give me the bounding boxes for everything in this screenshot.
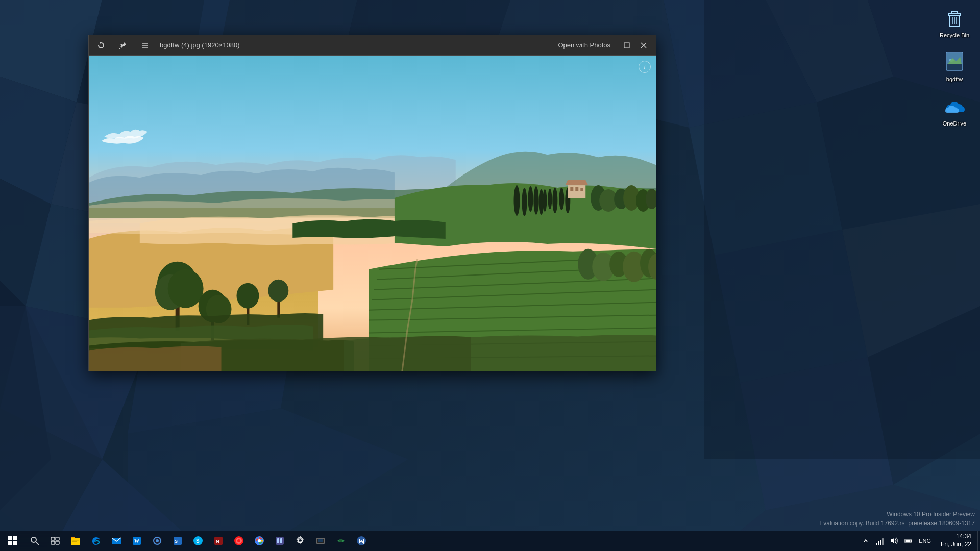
desktop-icon-recycle-bin[interactable]: Recycle Bin	[932, 3, 977, 41]
photo-viewer-content: i	[89, 56, 656, 371]
svg-rect-110	[72, 541, 77, 542]
app-button-9[interactable]	[249, 531, 270, 551]
svg-marker-140	[891, 538, 894, 544]
svg-rect-129	[277, 538, 279, 543]
start-button[interactable]	[0, 531, 24, 551]
svg-point-116	[156, 539, 159, 542]
bgdftw-icon	[942, 49, 967, 73]
svg-point-95	[236, 283, 259, 309]
menu-button[interactable]	[138, 38, 152, 53]
window-control-buttons	[620, 38, 651, 53]
tray-language[interactable]: ENG	[917, 531, 933, 551]
desktop-icon-bgdftw[interactable]: bgdftw	[932, 46, 977, 85]
svg-rect-64	[575, 187, 578, 191]
desktop-icons-area: Recycle Bin bgdftw	[929, 0, 980, 130]
svg-rect-107	[56, 541, 59, 544]
svg-rect-100	[8, 541, 12, 545]
onedrive-label: OneDrive	[943, 120, 966, 127]
search-button[interactable]	[24, 531, 45, 551]
svg-rect-130	[280, 538, 282, 543]
desktop: Recycle Bin bgdftw	[0, 0, 980, 551]
svg-rect-46	[624, 43, 629, 48]
svg-rect-142	[911, 540, 912, 542]
desktop-icon-onedrive[interactable]: OneDrive	[932, 91, 977, 130]
app-button-12[interactable]	[310, 531, 331, 551]
svg-rect-98	[8, 536, 12, 540]
svg-point-127	[258, 539, 261, 542]
svg-rect-106	[51, 541, 55, 544]
tray-volume[interactable]	[888, 531, 900, 551]
app-button-3[interactable]: W	[127, 531, 147, 551]
open-with-photos-button[interactable]: Open with Photos	[554, 39, 615, 51]
svg-rect-143	[906, 540, 911, 542]
show-desktop-button[interactable]	[977, 531, 980, 551]
task-view-button[interactable]	[45, 531, 65, 551]
clock-date: Fri, Jun, 22	[941, 541, 971, 549]
rotate-button[interactable]	[94, 38, 108, 53]
taskbar: W S S N	[0, 531, 980, 551]
svg-point-58	[552, 188, 557, 213]
svg-point-52	[522, 188, 527, 216]
svg-rect-99	[13, 536, 17, 540]
svg-rect-137	[878, 541, 879, 545]
maximize-button[interactable]	[620, 38, 634, 53]
svg-point-102	[31, 537, 36, 542]
clock-time: 14:34	[956, 533, 971, 541]
settings-button[interactable]	[290, 531, 310, 551]
svg-rect-138	[880, 540, 881, 545]
svg-rect-104	[51, 537, 55, 540]
svg-point-125	[237, 539, 240, 542]
info-button[interactable]: i	[639, 61, 651, 73]
titlebar-right-controls: Open with Photos	[554, 38, 651, 53]
landscape-image: i	[89, 56, 656, 371]
file-explorer-button[interactable]	[65, 531, 86, 551]
app-button-14[interactable]	[351, 531, 372, 551]
close-button[interactable]	[636, 38, 651, 53]
svg-rect-65	[580, 188, 583, 191]
mail-button[interactable]	[106, 531, 127, 551]
svg-text:N: N	[216, 539, 219, 544]
app-button-8[interactable]	[229, 531, 249, 551]
taskbar-clock[interactable]: 14:34 Fri, Jun, 22	[936, 531, 976, 551]
svg-point-90	[168, 269, 204, 308]
svg-rect-139	[882, 538, 884, 545]
svg-rect-105	[56, 537, 59, 540]
app-button-7[interactable]: N	[208, 531, 229, 551]
svg-point-53	[528, 186, 533, 212]
recycle-bin-icon	[942, 5, 967, 30]
svg-point-56	[543, 189, 547, 212]
svg-point-134	[339, 539, 342, 542]
svg-rect-33	[951, 11, 958, 14]
svg-rect-128	[276, 537, 284, 545]
tray-network[interactable]	[874, 531, 886, 551]
pin-button[interactable]	[116, 38, 130, 53]
app-button-10[interactable]	[270, 531, 290, 551]
svg-point-54	[533, 186, 538, 215]
app-button-6[interactable]: S	[188, 531, 208, 551]
tray-battery[interactable]	[902, 531, 915, 551]
app-button-13[interactable]	[331, 531, 351, 551]
svg-point-97	[268, 280, 288, 302]
svg-rect-101	[13, 541, 17, 545]
svg-text:S: S	[196, 538, 200, 544]
svg-line-42	[119, 48, 120, 49]
svg-text:S: S	[175, 539, 178, 544]
svg-rect-133	[318, 539, 323, 542]
tray-chevron[interactable]	[860, 531, 872, 551]
svg-point-57	[548, 189, 552, 209]
svg-rect-63	[570, 187, 573, 191]
svg-marker-62	[565, 180, 588, 185]
edge-button[interactable]	[86, 531, 106, 551]
svg-rect-109	[72, 540, 79, 541]
app-button-5[interactable]: S	[167, 531, 188, 551]
svg-text:W: W	[134, 538, 139, 544]
svg-rect-136	[876, 543, 877, 545]
bgdftw-label: bgdftw	[946, 76, 963, 83]
landscape-svg	[89, 56, 656, 371]
photo-viewer-window: bgdftw (4).jpg (980×551) Open with Pho…	[88, 35, 656, 371]
svg-point-51	[514, 185, 520, 216]
app-button-4[interactable]	[147, 531, 167, 551]
onedrive-icon	[942, 93, 967, 118]
svg-point-59	[559, 188, 564, 210]
titlebar-left-controls: bgdftw (4).jpg (980×551)	[94, 38, 239, 53]
